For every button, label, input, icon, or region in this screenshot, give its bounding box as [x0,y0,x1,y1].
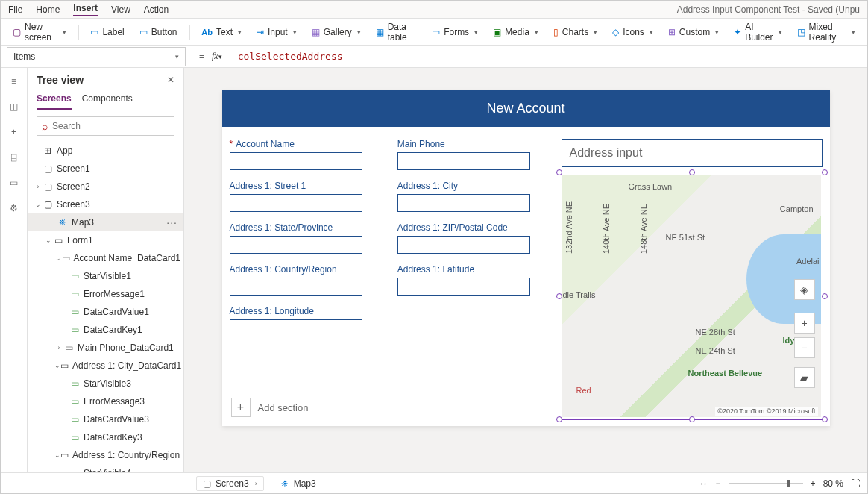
menu-home[interactable]: Home [36,4,60,15]
breadcrumb-map[interactable]: ⛯Map3 [274,477,322,490]
button-button[interactable]: ▭Button [133,24,183,40]
input-lat[interactable] [397,278,530,296]
menu-insert[interactable]: Insert [73,3,98,16]
input-lon[interactable] [230,319,362,337]
map-label: 132nd Ave NE [564,201,573,254]
map-attribution: ©2020 TomTom ©2019 Microsoft [715,407,817,416]
node-starvisible4[interactable]: ▭StarVisible4 [28,464,183,472]
map-label: NE 51st St [666,233,705,242]
input-country[interactable] [230,278,362,296]
gallery-button[interactable]: ▦Gallery▾ [306,24,367,40]
label-button[interactable]: ▭Label [84,24,130,40]
arrows-icon[interactable]: ↔ [699,478,708,489]
forms-button[interactable]: ▭Forms▾ [426,24,484,40]
custom-button[interactable]: ⊞Custom▾ [662,24,725,40]
add-section-button[interactable]: + Add section [231,398,309,417]
fx-icon[interactable]: fx ▾ [212,46,230,67]
left-rail: ≡ ◫ + ⌸ ▭ ⚙︎ [1,68,28,472]
app-title: Address Input Component Test - Saved (Un… [677,4,860,15]
menu-bar: File Home Insert View Action Address Inp… [1,1,867,19]
node-account-datacard[interactable]: ⌄▭Account Name_DataCard1 [28,249,183,267]
input-zip[interactable] [397,236,530,254]
breadcrumb-screen[interactable]: ▢Screen3› [196,476,264,491]
canvas[interactable]: New Account *Account Name Address 1: Str… [184,68,867,472]
zoom-slider[interactable] [729,483,803,484]
text-button[interactable]: AbText▾ [195,24,248,40]
field-account-name: *Account Name [230,139,384,170]
media-button[interactable]: ▣Media▾ [487,24,544,40]
menu-action[interactable]: Action [144,4,169,15]
map-label: Adelai [796,257,820,266]
field-zip: Address 1: ZIP/Postal Code [397,222,554,254]
close-icon[interactable]: ✕ [167,75,174,85]
ai-builder-button[interactable]: ✦AI Builder▾ [728,19,787,46]
charts-button[interactable]: ▯Charts▾ [547,24,603,40]
node-datacardkey3[interactable]: ▭DataCardKey3 [28,428,183,446]
tab-components[interactable]: Components [82,89,133,110]
tree-search-input[interactable] [52,121,169,131]
form-header: New Account [222,90,830,127]
tree: ⊞App ▢Screen1 ›▢Screen2 ⌄▢Screen3 ⛯Map3·… [28,142,183,472]
map-zoom-out-button[interactable]: − [794,337,815,358]
menu-view[interactable]: View [111,4,130,15]
map[interactable]: Grass Lawn Campton Adelai NE 51st St 132… [562,175,821,417]
status-bar: ▢Screen3› ⛯Map3 ↔ − + 80 % ⛶ [1,472,867,493]
tree-search[interactable] [37,116,174,136]
node-screen1[interactable]: ▢Screen1 [28,160,183,178]
advanced-icon[interactable]: ⚙︎ [5,199,23,217]
input-street1[interactable] [230,194,362,212]
map-label: NE 28th St [696,328,735,337]
node-datacardkey1[interactable]: ▭DataCardKey1 [28,321,183,339]
node-app[interactable]: ⊞App [28,142,183,160]
node-errormessage1[interactable]: ▭ErrorMessage1 [28,285,183,303]
fit-icon[interactable]: ⛶ [851,478,860,489]
tree-view-icon[interactable]: ≡ [5,72,23,90]
input-button[interactable]: ⇥Input▾ [251,24,303,40]
search-icon [42,120,48,132]
zoom-in-icon[interactable]: + [811,478,816,489]
data-icon[interactable]: ⌸ [5,148,23,166]
node-datacardvalue1[interactable]: ▭DataCardValue1 [28,303,183,321]
icons-button[interactable]: ◇Icons▾ [606,24,659,40]
node-datacardvalue3[interactable]: ▭DataCardValue3 [28,410,183,428]
input-city[interactable] [397,194,530,212]
map-zoom-in-button[interactable]: + [794,313,815,334]
node-country-datacard[interactable]: ⌄▭Address 1: Country/Region_DataCard [28,446,183,464]
address-input[interactable]: Address input [562,139,823,167]
field-country: Address 1: Country/Region [230,264,384,296]
zoom-value: 80 % [823,478,843,489]
node-phone-datacard[interactable]: ›▭Main Phone_DataCard1 [28,339,183,357]
equals-icon: = [192,51,212,62]
map-label: Campton [780,204,814,213]
data-table-button[interactable]: ▦Data table [370,19,423,46]
media-rail-icon[interactable]: ▭ [5,174,23,192]
zoom-out-icon[interactable]: − [716,478,721,489]
node-city-datacard[interactable]: ⌄▭Address 1: City_DataCard1 [28,357,183,375]
insert-icon[interactable]: ◫ [5,98,23,116]
map-label: Northeast Bellevue [688,369,763,378]
map-locate-button[interactable]: ◈ [794,279,815,300]
mixed-reality-button[interactable]: ◳Mixed Reality▾ [791,19,861,46]
app-preview: New Account *Account Name Address 1: Str… [222,90,830,426]
node-errormessage3[interactable]: ▭ErrorMessage3 [28,393,183,410]
input-main-phone[interactable] [397,152,530,170]
more-icon[interactable]: ··· [163,216,180,228]
map-control[interactable]: Grass Lawn Campton Adelai NE 51st St 132… [562,175,823,417]
node-starvisible1[interactable]: ▭StarVisible1 [28,267,183,285]
node-starvisible3[interactable]: ▭StarVisible3 [28,375,183,393]
menu-file[interactable]: File [8,4,22,15]
node-screen2[interactable]: ›▢Screen2 [28,178,183,196]
input-account-name[interactable] [230,152,362,170]
node-map3[interactable]: ⛯Map3··· [28,213,183,231]
tab-screens[interactable]: Screens [37,89,72,110]
add-icon[interactable]: + [5,123,23,141]
formula-input[interactable]: colSelectedAddress [230,51,867,62]
input-state[interactable] [230,236,362,254]
map-label: 148th Ave NE [639,204,648,254]
node-form1[interactable]: ⌄▭Form1 [28,231,183,249]
field-state: Address 1: State/Province [230,222,384,254]
node-screen3[interactable]: ⌄▢Screen3 [28,196,183,213]
property-selector[interactable]: Items▾ [7,47,186,66]
new-screen-button[interactable]: ▢New screen▾ [7,19,72,46]
map-pitch-button[interactable]: ▰ [794,367,815,388]
